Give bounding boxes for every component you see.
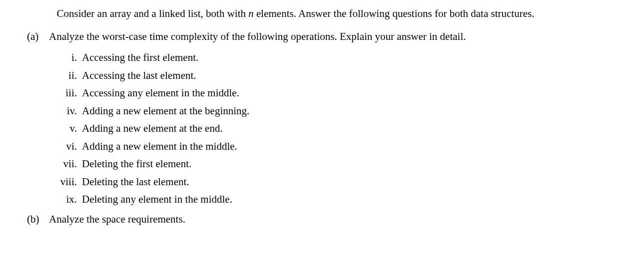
intro-prefix: Consider an array and a linked list, bot… [57,7,249,19]
sub-text: Adding a new element at the end. [82,122,223,134]
sub-marker: ix. [49,191,77,208]
part-a-marker: (a) [27,29,47,45]
sub-marker: iii. [49,85,77,101]
intro-suffix: elements. Answer the following questions… [254,7,535,19]
sub-text: Deleting the first element. [82,158,191,170]
part-a: (a) Analyze the worst-case time complexi… [20,29,624,208]
part-a-sublist: i. Accessing the first element. ii. Acce… [49,49,624,208]
sub-text: Adding a new element at the beginning. [82,105,249,117]
sub-marker: v. [49,120,77,137]
list-item: iii. Accessing any element in the middle… [49,85,624,101]
sub-marker: viii. [49,174,77,190]
list-item: viii. Deleting the last element. [49,174,624,190]
list-item: i. Accessing the first element. [49,49,624,66]
sub-text: Deleting any element in the middle. [82,193,232,205]
sub-marker: vii. [49,156,77,172]
part-b-text: Analyze the space requirements. [49,213,185,225]
sub-text: Accessing the first element. [82,51,198,63]
sub-text: Accessing the last element. [82,69,196,81]
sub-marker: ii. [49,67,77,84]
list-item: vi. Adding a new element in the middle. [49,138,624,155]
intro-n: n [248,7,254,19]
sub-text: Deleting the last element. [82,176,189,188]
part-list: (a) Analyze the worst-case time complexi… [20,29,624,228]
list-item: ii. Accessing the last element. [49,67,624,84]
sub-text: Adding a new element in the middle. [82,140,237,152]
sub-marker: iv. [49,103,77,119]
part-a-text: Analyze the worst-case time complexity o… [49,30,466,42]
sub-marker: vi. [49,138,77,155]
intro-paragraph: Consider an array and a linked list, bot… [20,6,624,22]
list-item: vii. Deleting the first element. [49,156,624,172]
part-b-marker: (b) [27,212,47,228]
sub-marker: i. [49,49,77,66]
list-item: iv. Adding a new element at the beginnin… [49,103,624,119]
sub-text: Accessing any element in the middle. [82,87,239,99]
list-item: v. Adding a new element at the end. [49,120,624,137]
list-item: ix. Deleting any element in the middle. [49,191,624,208]
part-b: (b) Analyze the space requirements. [20,212,624,228]
